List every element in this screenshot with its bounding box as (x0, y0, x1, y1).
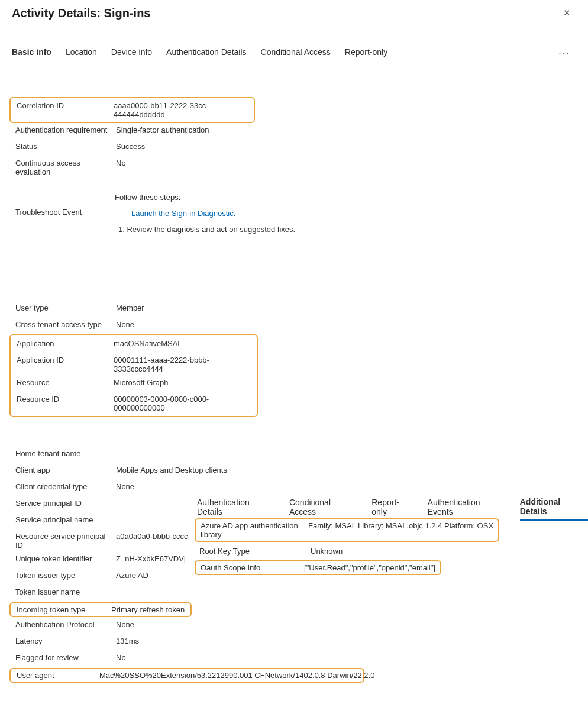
value-cross-tenant: None (112, 318, 576, 331)
row-user-type: User type Member (12, 301, 576, 318)
label-correlation-id: Correlation ID (13, 99, 110, 112)
row-client-cred: Client credential type None (12, 480, 576, 496)
label-client-app: Client app (12, 464, 112, 476)
row-resource: Resource Microsoft Graph (13, 376, 254, 392)
label-incoming-token: Incoming token type (13, 603, 108, 616)
close-icon: ✕ (563, 8, 571, 18)
row-user-agent: User agent Mac%20SSO%20Extension/53.2212… (9, 668, 364, 683)
value-auth-requirement: Single-factor authentication (112, 124, 576, 136)
value-flagged: No (112, 651, 576, 664)
value-auth-proto: None (112, 618, 576, 631)
label-cae: Continuous access evaluation (12, 157, 112, 178)
row-troubleshoot: Troubleshoot Event Follow these steps: L… (12, 191, 576, 236)
tab-report-only[interactable]: Report-only (345, 47, 387, 59)
row-auth-library: Azure AD app authentication library Fami… (195, 518, 499, 542)
tab-device-info[interactable]: Device info (111, 47, 152, 59)
label-rsp-id: Resource service principal ID (12, 530, 112, 551)
subtab-conditional-access[interactable]: Conditional Access (289, 498, 357, 520)
label-resource: Resource (13, 376, 110, 389)
more-button[interactable]: ··· (556, 45, 573, 62)
row-cross-tenant: Cross tenant access type None (12, 318, 576, 334)
label-application-id: Application ID (13, 354, 110, 366)
value-oauth-scope: ["User.Read","profile","openid","email"] (302, 561, 438, 574)
row-application: Application macOSNativeMSAL (13, 337, 254, 353)
value-token-issuer-name (112, 586, 576, 589)
row-client-app: Client app Mobile Apps and Desktop clien… (12, 463, 576, 480)
row-status: Status Success (12, 140, 576, 156)
row-correlation-id: Correlation ID aaaa0000-bb11-2222-33cc-4… (9, 97, 255, 123)
value-cae: No (112, 157, 576, 169)
label-sp-id: Service principal ID (12, 497, 112, 509)
row-auth-proto: Authentication Protocol None (12, 618, 576, 634)
label-client-cred: Client credential type (12, 480, 112, 493)
subtab-additional-details[interactable]: Additional Details (520, 497, 588, 521)
subtab-auth-details[interactable]: Authentication Details (197, 498, 275, 520)
subtab-report-only[interactable]: Report-only (371, 498, 413, 520)
row-application-id: Application ID 00001111-aaaa-2222-bbbb-3… (13, 353, 254, 376)
label-token-issuer-name: Token issuer name (12, 586, 112, 598)
value-auth-library: Family: MSAL Library: MSAL.objc 1.2.4 Pl… (306, 519, 496, 541)
tab-basic-info[interactable]: Basic info (12, 47, 51, 59)
label-status: Status (12, 140, 112, 153)
row-token-issuer-name: Token issuer name (12, 585, 576, 602)
row-resource-id: Resource ID 00000003-0000-0000-c000-0000… (13, 392, 254, 415)
subtab-auth-events[interactable]: Authentication Events (428, 498, 506, 520)
row-oauth-scope: Oauth Scope Info ["User.Read","profile",… (195, 560, 441, 575)
tab-location[interactable]: Location (66, 47, 97, 59)
label-auth-requirement: Authentication requirement (12, 124, 112, 136)
value-status: Success (112, 140, 576, 153)
launch-diagnostic-link[interactable]: Launch the Sign-in Diagnostic. (131, 209, 573, 218)
value-root-key: Unknown (308, 545, 345, 557)
value-user-type: Member (112, 302, 576, 314)
close-button[interactable]: ✕ (557, 4, 576, 22)
row-incoming-token: Incoming token type Primary refresh toke… (9, 602, 192, 617)
label-uti: Unique token identifier (12, 553, 112, 565)
label-user-type: User type (12, 302, 112, 314)
row-cae: Continuous access evaluation No (12, 156, 576, 179)
label-resource-id: Resource ID (13, 393, 110, 405)
troubleshoot-step: 1. Review the diagnosis and act on sugge… (118, 225, 573, 234)
label-application: Application (13, 337, 110, 350)
label-flagged: Flagged for review (12, 651, 112, 664)
tab-strip: Basic info Location Device info Authenti… (12, 45, 576, 62)
label-latency: Latency (12, 635, 112, 647)
label-home-tenant: Home tenant name (12, 447, 112, 460)
secondary-tab-strip: Authentication Details Conditional Acces… (197, 497, 588, 521)
value-resource: Microsoft Graph (110, 376, 254, 389)
value-incoming-token: Primary refresh token (108, 603, 188, 616)
row-flagged: Flagged for review No (12, 651, 576, 667)
label-cross-tenant: Cross tenant access type (12, 318, 112, 331)
label-troubleshoot: Troubleshoot Event (12, 191, 112, 218)
value-correlation-id: aaaa0000-bb11-2222-33cc-444444dddddd (110, 99, 251, 121)
value-troubleshoot: Follow these steps: Launch the Sign-in D… (112, 191, 576, 235)
value-client-cred: None (112, 480, 576, 493)
tab-authentication-details[interactable]: Authentication Details (166, 47, 246, 59)
tab-conditional-access[interactable]: Conditional Access (261, 47, 331, 59)
label-token-issuer-type: Token issuer type (12, 569, 112, 582)
label-user-agent: User agent (13, 669, 96, 682)
row-home-tenant: Home tenant name (12, 447, 576, 463)
section-application: User type Member Cross tenant access typ… (12, 301, 576, 417)
label-auth-proto: Authentication Protocol (12, 618, 112, 631)
row-root-key: Root Key Type Unknown (197, 542, 499, 560)
label-root-key: Root Key Type (197, 545, 308, 557)
value-latency: 131ms (112, 635, 576, 647)
section-correlation: Correlation ID aaaa0000-bb11-2222-33cc-4… (12, 97, 576, 236)
highlight-application-block: Application macOSNativeMSAL Application … (9, 334, 258, 417)
label-auth-library: Azure AD app authentication library (198, 519, 306, 541)
ellipsis-icon: ··· (558, 48, 570, 59)
row-latency: Latency 131ms (12, 634, 576, 651)
value-client-app: Mobile Apps and Desktop clients (112, 464, 576, 476)
value-application: macOSNativeMSAL (110, 337, 254, 350)
value-application-id: 00001111-aaaa-2222-bbbb-3333cccc4444 (110, 354, 254, 375)
secondary-details: Azure AD app authentication library Fami… (197, 518, 499, 576)
page-title: Activity Details: Sign-ins (12, 7, 151, 20)
row-auth-requirement: Authentication requirement Single-factor… (12, 123, 576, 140)
value-resource-id: 00000003-0000-0000-c000-000000000000 (110, 393, 254, 414)
value-user-agent: Mac%20SSO%20Extension/53.2212990.001 CFN… (96, 669, 378, 682)
troubleshoot-heading: Follow these steps: (115, 193, 573, 202)
label-sp-name: Service principal name (12, 514, 112, 526)
value-home-tenant (112, 447, 576, 451)
label-oauth-scope: Oauth Scope Info (198, 561, 302, 574)
